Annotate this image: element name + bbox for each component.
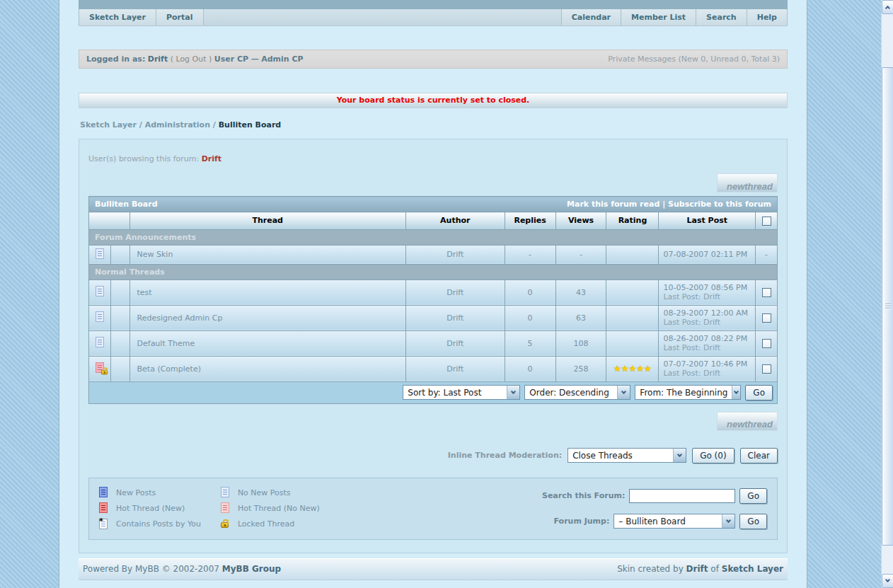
thread-replies: 0: [505, 305, 555, 330]
lock-icon: [221, 519, 232, 530]
scrollbar-thumb[interactable]: [882, 67, 893, 546]
skin-author-link[interactable]: Drift: [686, 564, 708, 574]
star-rating-icon: ★★★★★: [613, 364, 652, 374]
main-navigation: Sketch LayerPortal CalendarMember ListSe…: [79, 9, 788, 26]
thread-author-link[interactable]: Drift: [446, 250, 463, 259]
powered-pre: Powered By: [83, 564, 135, 574]
thread-title-link[interactable]: New Skin: [137, 250, 173, 259]
thread-title-link[interactable]: Beta (Complete): [137, 364, 201, 374]
board-status-message: Your board status is currently set to cl…: [337, 96, 530, 105]
thread-select-checkbox[interactable]: [762, 313, 771, 323]
page-background: Sketch LayerPortal CalendarMember ListSe…: [0, 0, 893, 588]
search-go-button[interactable]: Go: [739, 488, 767, 504]
private-messages-status[interactable]: Private Messages (New 0, Unread 0, Total…: [608, 54, 780, 64]
order-value: Order: Descending: [525, 388, 613, 398]
logged-in-bar: Logged in as: Drift ( Log Out ) User CP …: [79, 50, 788, 69]
section-header-row: Normal Threads: [89, 264, 778, 279]
moderation-select[interactable]: Close Threads: [568, 448, 686, 463]
thread-author-link[interactable]: Drift: [446, 288, 463, 297]
nav-tab-calendar[interactable]: Calendar: [561, 9, 621, 25]
mark-forum-read-link[interactable]: Mark this forum read: [567, 200, 659, 209]
user-cp-link[interactable]: User CP: [214, 54, 248, 64]
column-header-last-post: Last Post: [659, 212, 756, 230]
thread-row: testDrift04310-05-2007 08:56 PMLast Post…: [89, 279, 778, 305]
select-all-checkbox[interactable]: [762, 217, 771, 226]
footer-bar: Powered By MyBB © 2002-2007 MyBB Group S…: [79, 558, 788, 580]
column-header-views: Views: [555, 212, 606, 230]
forum-jump-value: – Bulliten Board: [614, 517, 689, 526]
no-new-posts-icon: [94, 311, 105, 323]
thread-views: 43: [555, 279, 606, 305]
window-scrollbar[interactable]: [881, 0, 893, 588]
thread-author-link[interactable]: Drift: [446, 313, 463, 323]
thread-author-link[interactable]: Drift: [446, 339, 463, 348]
skin-site-link[interactable]: Sketch Layer: [722, 564, 783, 574]
inline-moderation-row: Inline Thread Moderation: Close Threads …: [88, 448, 778, 463]
scrollbar-down-button[interactable]: [882, 574, 893, 588]
column-header-thread: Thread: [129, 212, 405, 230]
from-value: From: The Beginning: [635, 388, 732, 398]
admin-cp-link[interactable]: Admin CP: [261, 54, 303, 64]
subscribe-forum-link[interactable]: Subscribe to this forum: [668, 200, 771, 209]
thread-rating: [606, 330, 659, 356]
nav-tab-sketch-layer[interactable]: Sketch Layer: [79, 9, 156, 25]
mybb-link[interactable]: MyBB: [135, 564, 159, 574]
thread-icon-legend: New PostsNo New PostsHot Thread (New)Hot…: [99, 487, 320, 531]
thread-title-link[interactable]: Redesigned Admin Cp: [137, 313, 223, 323]
nav-tab-search[interactable]: Search: [696, 9, 747, 25]
thread-views: 63: [555, 305, 606, 330]
powered-mid: © 2002-2007: [159, 564, 222, 574]
forum-jump-select[interactable]: – Bulliten Board: [613, 514, 735, 529]
chevron-down-icon: [722, 514, 734, 528]
thread-title-link[interactable]: test: [137, 288, 152, 297]
thread-replies: -: [505, 245, 555, 264]
nav-right-tabs: CalendarMember ListSearchHelp: [561, 9, 788, 25]
forum-jump-go-button[interactable]: Go: [739, 514, 767, 529]
legend-label: Contains Posts by You: [116, 519, 201, 529]
skin-credit-text: Skin created by Drift of Sketch Layer: [617, 564, 783, 574]
moderation-go-button[interactable]: Go (0): [692, 448, 734, 463]
thread-replies: 5: [505, 330, 555, 356]
logout-link[interactable]: ( Log Out ): [171, 54, 212, 64]
nav-tab-member-list[interactable]: Member List: [621, 9, 696, 25]
icon-column-header: [89, 212, 130, 230]
thread-rating: [606, 305, 659, 330]
from-select[interactable]: From: The Beginning: [635, 385, 741, 400]
thread-row: New SkinDrift--07-08-2007 02:11 PM-: [89, 245, 778, 264]
thread-author-link[interactable]: Drift: [446, 364, 463, 374]
thread-select-checkbox[interactable]: [762, 288, 771, 297]
breadcrumb-link[interactable]: Administration: [145, 120, 210, 129]
thread-select-checkbox[interactable]: [762, 339, 771, 348]
moderation-clear-button[interactable]: Clear: [740, 448, 778, 463]
scrollbar-up-button[interactable]: [882, 0, 893, 14]
nav-tab-help[interactable]: Help: [747, 9, 788, 25]
thread-rating: ★★★★★: [606, 356, 659, 381]
thread-title-link[interactable]: Default Theme: [137, 339, 195, 348]
sort-go-button[interactable]: Go: [745, 385, 773, 400]
nav-left-tabs: Sketch LayerPortal: [79, 9, 204, 25]
hot-thread-new-icon: [99, 502, 110, 514]
new-thread-button[interactable]: newthread: [717, 173, 778, 192]
legend-box: New PostsNo New PostsHot Thread (New)Hot…: [88, 478, 778, 540]
logged-in-info: Logged in as: Drift ( Log Out ) User CP …: [86, 54, 304, 64]
thread-select-cell: [756, 305, 778, 330]
thread-last-post: 08-29-2007 12:00 AMLast Post: Drift: [659, 305, 756, 330]
username-link[interactable]: Drift: [148, 54, 168, 64]
breadcrumb-link[interactable]: Sketch Layer: [80, 120, 137, 129]
chevron-down-icon: [617, 386, 630, 399]
content-wrapper: Sketch LayerPortal CalendarMember ListSe…: [59, 0, 807, 588]
nav-tab-portal[interactable]: Portal: [156, 9, 204, 25]
mybb-group-link[interactable]: MyBB Group: [222, 564, 281, 574]
new-thread-button-bottom[interactable]: newthread: [717, 412, 778, 431]
thread-replies: 0: [505, 356, 555, 381]
thread-select-checkbox[interactable]: [762, 364, 771, 374]
browsing-user-link[interactable]: Drift: [202, 154, 221, 163]
sort-by-select[interactable]: Sort by: Last Post: [403, 385, 520, 400]
legend-label: Hot Thread (New): [116, 504, 185, 513]
no-new-posts-icon: [94, 248, 105, 260]
order-select[interactable]: Order: Descending: [524, 385, 630, 400]
search-forum-input[interactable]: [629, 489, 735, 503]
moderation-label: Inline Thread Moderation:: [448, 451, 562, 460]
link-separator: |: [662, 200, 668, 209]
skin-pre: Skin created by: [617, 564, 686, 574]
